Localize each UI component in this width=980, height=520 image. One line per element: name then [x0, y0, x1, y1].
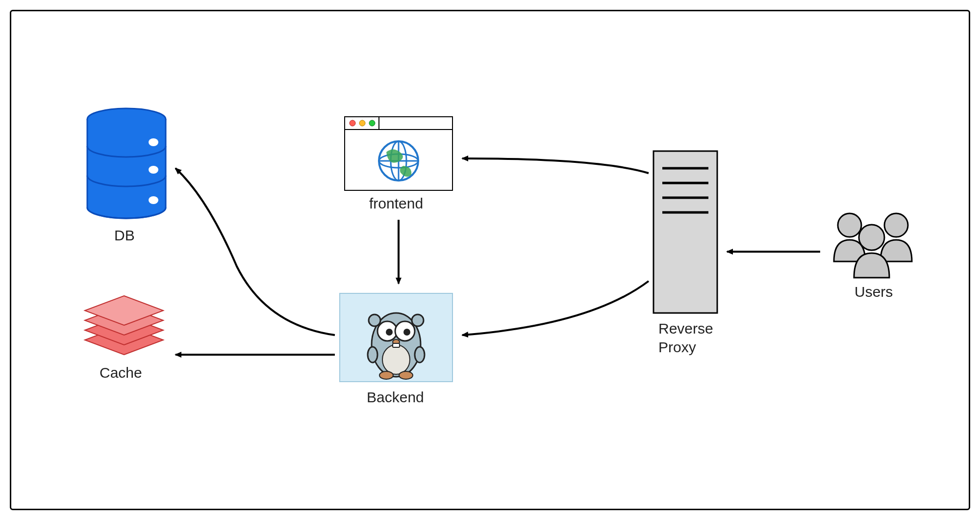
svg-point-27	[368, 347, 377, 363]
server-icon	[653, 151, 717, 313]
arrow-proxy-to-backend	[462, 281, 649, 335]
svg-point-24	[403, 329, 410, 336]
frontend-label: frontend	[369, 195, 423, 212]
arrow-proxy-to-frontend	[462, 158, 649, 173]
svg-point-3	[149, 166, 158, 174]
svg-point-10	[369, 120, 375, 126]
svg-point-4	[149, 196, 158, 204]
svg-point-18	[382, 345, 410, 374]
svg-point-30	[399, 371, 413, 379]
svg-point-38	[859, 225, 884, 250]
db-label: DB	[114, 227, 135, 244]
svg-point-9	[359, 120, 365, 126]
svg-rect-26	[393, 343, 400, 347]
svg-point-20	[412, 314, 424, 326]
svg-point-19	[369, 314, 380, 326]
svg-point-37	[884, 213, 908, 237]
cache-label: Cache	[100, 364, 142, 381]
backend-label: Backend	[367, 389, 424, 406]
arrow-backend-to-db	[176, 168, 335, 335]
diagram-frame: DB Cache frontend Backend Reverse Proxy …	[10, 10, 970, 510]
users-label: Users	[854, 284, 893, 300]
backend-icon	[340, 293, 452, 382]
svg-point-8	[350, 120, 355, 126]
diagram-canvas	[11, 11, 969, 509]
users-icon	[834, 213, 912, 278]
svg-rect-31	[653, 151, 717, 313]
svg-point-29	[379, 371, 393, 379]
frontend-icon	[345, 117, 452, 190]
svg-point-23	[386, 329, 393, 336]
db-icon	[87, 108, 166, 218]
reverse-proxy-label-1: Reverse	[658, 320, 713, 337]
svg-point-2	[149, 138, 158, 146]
cache-icon	[85, 296, 163, 355]
reverse-proxy-label-2: Proxy	[658, 339, 696, 356]
svg-point-36	[838, 213, 861, 237]
svg-point-28	[415, 347, 425, 363]
